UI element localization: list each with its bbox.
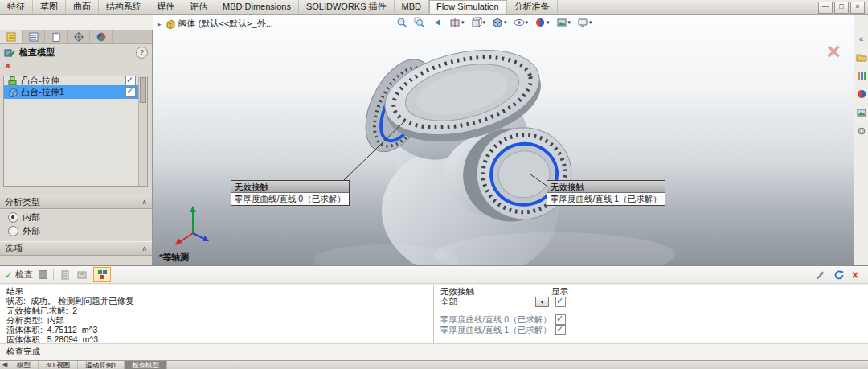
display-style-button[interactable]: ▾	[492, 17, 507, 28]
custom-properties-icon[interactable]	[856, 125, 867, 137]
edit-appearance-button[interactable]: ▾	[534, 17, 550, 28]
appearances-icon[interactable]	[856, 88, 867, 100]
ribbon-tab-bar: 特征 草图 曲面 结构系统 焊件 评估 MBD Dimensions SOLID…	[0, 0, 868, 15]
pin-icon[interactable]	[815, 269, 826, 281]
tree-item-label: 凸台-拉伸1	[21, 86, 64, 98]
dimxpert-tab[interactable]	[68, 30, 90, 43]
check-button[interactable]: ✓ 检查	[5, 269, 33, 281]
featuremanager-flyout-arrow-icon[interactable]: ▸	[158, 20, 162, 28]
tab-3d-views[interactable]: 3D 视图	[39, 361, 78, 369]
zoom-area-button[interactable]	[414, 17, 425, 28]
ribbon-tab-evaluate[interactable]: 评估	[182, 0, 215, 14]
section-view-button[interactable]: ▾	[449, 17, 465, 28]
hide-show-items-button[interactable]: ▾	[514, 17, 529, 28]
cancel-icon[interactable]: ×	[5, 59, 11, 72]
part-icon	[165, 18, 175, 29]
tree-item-checkbox[interactable]	[125, 87, 136, 97]
tree-item-selected[interactable]: 凸台-拉伸1	[4, 85, 139, 99]
tab-check-model[interactable]: 检查模型	[125, 361, 167, 369]
clipboard-tab[interactable]	[45, 30, 68, 43]
contacts-header: 无效接触	[440, 286, 551, 297]
refresh-icon[interactable]	[833, 269, 845, 281]
check-model-icon	[4, 47, 15, 58]
results-header: 结果	[6, 286, 427, 296]
tool-icon-2[interactable]	[76, 269, 88, 281]
help-icon[interactable]: ?	[136, 47, 148, 59]
tool-icon-1[interactable]	[59, 269, 71, 281]
graphics-viewport[interactable]: ▸ 阀体 (默认<<默认>_外... ▾ ▾ ▾ ▾ ▾ ▾ ▾ × 无效接触 …	[153, 15, 854, 265]
analysis-external-option[interactable]: 外部	[8, 225, 40, 237]
ribbon-tab-analysis-prep[interactable]: 分析准备	[507, 0, 558, 14]
ribbon-tab-addins[interactable]: SOLIDWORKS 插件	[299, 0, 395, 14]
tab-model[interactable]: 模型	[10, 361, 39, 369]
tab-motion-study[interactable]: 运动算例1	[78, 361, 125, 369]
radio-external[interactable]	[8, 226, 18, 236]
valve-model[interactable]	[153, 15, 854, 265]
filter-dropdown[interactable]: ▼	[535, 297, 549, 307]
invalid-contact-callout-1[interactable]: 无效接触 零厚度曲线/直线 1（已求解）	[547, 180, 665, 206]
breadcrumb[interactable]: 阀体 (默认<<默认>_外...	[178, 18, 273, 30]
check-button-label: 检查	[15, 269, 33, 281]
propertymanager-tab[interactable]	[0, 30, 23, 43]
close-results-icon[interactable]: ×	[852, 269, 858, 281]
tree-item-label: 凸台-拉伸	[21, 76, 59, 85]
ribbon-tab-sketch[interactable]: 草图	[33, 0, 66, 14]
invalid-contact-callout-0[interactable]: 无效接触 零厚度曲线/直线 0（已求解）	[231, 180, 350, 206]
invalid-contacts-icon	[97, 269, 108, 280]
show-all-checkbox[interactable]	[555, 297, 566, 307]
ribbon-tab-weldments[interactable]: 焊件	[149, 0, 182, 14]
show-invalid-contacts-toggle[interactable]	[93, 267, 111, 282]
ribbon-tab-flow-simulation[interactable]: Flow Simulation	[429, 0, 507, 14]
results-summary: 结果 状态: 成功。 检测到问题并已修复 无效接触已求解: 2 分析类型: 内部…	[0, 285, 434, 343]
zoom-fit-button[interactable]	[396, 17, 407, 28]
solid-body-icon	[7, 87, 18, 97]
analysis-internal-option[interactable]: 内部	[8, 211, 40, 223]
tab-scroll-left-icon[interactable]: ◀	[0, 361, 10, 369]
view-palette-icon[interactable]	[856, 107, 867, 118]
stop-button[interactable]	[39, 270, 47, 279]
configuration-tab[interactable]	[23, 30, 45, 43]
document-tab-bar: ◀ 模型 3D 视图 运动算例1 检查模型	[0, 360, 868, 369]
previous-view-button[interactable]	[432, 17, 443, 28]
propertymanager-icon	[6, 31, 17, 43]
orientation-triad	[174, 201, 211, 248]
options-section-header[interactable]: 选项 ∧	[0, 241, 152, 256]
ribbon-tab-structure[interactable]: 结构系统	[99, 0, 149, 14]
displaymanager-tab[interactable]	[90, 30, 113, 43]
view-orientation-button[interactable]: ▾	[471, 17, 486, 28]
propertymanager-panel: 检查模型 ? × 凸台-拉伸 凸台-拉伸1 分析类型 ∧ 内部 外部 选项 ∧	[0, 30, 153, 265]
collapse-chevron-icon[interactable]: ∧	[141, 198, 147, 206]
ribbon-tab-surfaces[interactable]: 曲面	[66, 0, 99, 14]
callout-title: 无效接触	[547, 181, 665, 193]
analysis-type-section-header[interactable]: 分析类型 ∧	[0, 195, 152, 209]
task-pane-strip: «	[854, 15, 868, 265]
tree-item-clipped[interactable]: 凸台-拉伸	[4, 76, 139, 85]
configuration-icon	[28, 31, 39, 43]
radio-internal[interactable]	[8, 212, 18, 223]
ribbon-tab-mbd-dimensions[interactable]: MBD Dimensions	[215, 0, 299, 14]
window-restore-button[interactable]: □	[834, 2, 849, 14]
panel-top-gap	[0, 15, 153, 30]
contact-row-label[interactable]: 零厚度曲线/直线 1（已求解）	[440, 325, 555, 335]
apply-scene-button[interactable]: ▾	[556, 17, 571, 28]
collapse-chevron-icon[interactable]: ∧	[141, 244, 147, 252]
tree-item-checkbox[interactable]	[125, 76, 136, 85]
design-library-icon[interactable]	[856, 70, 867, 81]
view-settings-button[interactable]: ▾	[577, 17, 592, 28]
confirmation-corner-cancel-icon[interactable]: ×	[826, 39, 841, 64]
ribbon-tab-mbd[interactable]: MBD	[395, 0, 429, 14]
tree-scrollbar[interactable]	[138, 76, 147, 186]
taskpane-collapse-icon[interactable]: «	[856, 33, 867, 44]
section-label: 分析类型	[5, 196, 40, 208]
scrollbar-thumb[interactable]	[140, 77, 146, 103]
contact-row-label[interactable]: 零厚度曲线/直线 0（已求解）	[440, 314, 555, 325]
view-orientation-label: *等轴测	[159, 252, 189, 264]
window-minimize-button[interactable]: —	[818, 2, 833, 14]
results-status-line: 状态: 成功。 检测到问题并已修复	[6, 296, 427, 305]
contact-row-checkbox[interactable]	[555, 325, 566, 335]
window-close-button[interactable]: ×	[850, 2, 865, 14]
ribbon-tab-features[interactable]: 特征	[0, 0, 33, 14]
folder-icon[interactable]	[856, 51, 867, 63]
results-panel-toolbar: ✓ 检查 ×	[0, 266, 868, 284]
completion-status: 检查完成	[6, 346, 40, 358]
